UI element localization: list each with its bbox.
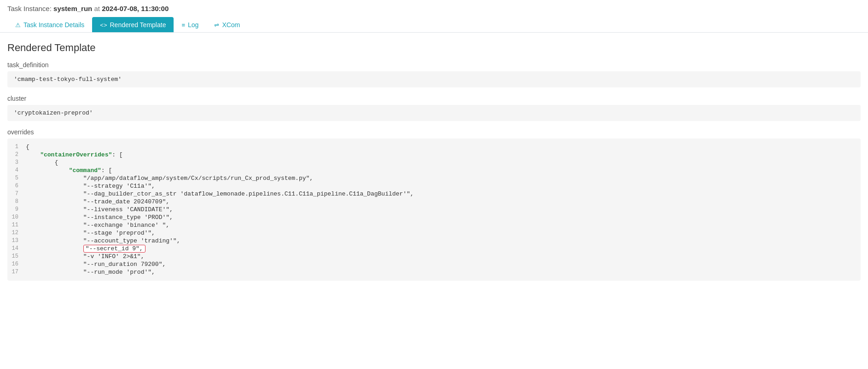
line-number: 3 <box>7 159 26 166</box>
line-content: "command": [ <box>26 167 854 174</box>
line-content: "--account_type 'trading'", <box>26 237 854 244</box>
table-row: 3 { <box>7 159 861 167</box>
field-cluster-label: cluster <box>7 95 861 102</box>
line-content: "--exchange 'binance' ", <box>26 222 854 229</box>
tab-task-instance-details[interactable]: ⚠ Task Instance Details <box>7 17 92 32</box>
line-content: "--secret_id 9", <box>26 245 854 252</box>
code-icon: <> <box>100 22 107 29</box>
line-number: 5 <box>7 175 26 181</box>
line-number: 9 <box>7 206 26 213</box>
line-number: 15 <box>7 253 26 259</box>
line-content: "--liveness 'CANDIDATE'", <box>26 206 854 213</box>
line-number: 6 <box>7 183 26 189</box>
line-content: "/app/amp/dataflow_amp/system/Cx/scripts… <box>26 175 854 182</box>
line-number: 10 <box>7 214 26 220</box>
table-row: 13 "--account_type 'trading'", <box>7 237 861 245</box>
field-task-definition-value: 'cmamp-test-tokyo-full-system' <box>7 71 861 87</box>
line-number: 14 <box>7 245 26 252</box>
overrides-label: overrides <box>7 128 861 136</box>
overrides-code-block: 1{2 "containerOverrides": [3 {4 "command… <box>7 138 861 281</box>
line-number: 11 <box>7 222 26 228</box>
table-row: 17 "--run_mode 'prod'", <box>7 268 861 276</box>
line-content: { <box>26 159 854 166</box>
tab-log-label: Log <box>188 21 198 29</box>
field-task-definition-label: task_definition <box>7 61 861 69</box>
table-row: 5 "/app/amp/dataflow_amp/system/Cx/scrip… <box>7 174 861 182</box>
table-row: 11 "--exchange 'binance' ", <box>7 221 861 229</box>
xcom-icon: ⇌ <box>214 22 219 29</box>
line-content: "--strategy 'C11a'", <box>26 183 854 190</box>
line-number: 1 <box>7 144 26 150</box>
top-bar: Task Instance: system_run at 2024-07-08,… <box>0 0 868 33</box>
header-datetime: 2024-07-08, 11:30:00 <box>102 5 169 12</box>
tab-log[interactable]: ≡ Log <box>174 17 206 32</box>
table-row: 15 "-v 'INFO' 2>&1", <box>7 253 861 260</box>
field-task-definition: task_definition 'cmamp-test-tokyo-full-s… <box>7 61 861 87</box>
line-number: 17 <box>7 269 26 275</box>
table-row: 16 "--run_duration 79200", <box>7 260 861 268</box>
tab-xcom[interactable]: ⇌ XCom <box>206 17 248 32</box>
log-icon: ≡ <box>181 22 185 29</box>
line-number: 4 <box>7 167 26 173</box>
tab-task-instance-details-label: Task Instance Details <box>23 21 84 29</box>
json-key: "containerOverrides" <box>40 151 112 158</box>
line-content: "--run_mode 'prod'", <box>26 269 854 276</box>
section-title: Rendered Template <box>7 42 861 54</box>
table-row: 1{ <box>7 143 861 151</box>
tab-rendered-template[interactable]: <> Rendered Template <box>92 17 174 32</box>
line-number: 2 <box>7 151 26 158</box>
line-number: 12 <box>7 230 26 236</box>
header-at: at <box>94 5 102 12</box>
table-row: 8 "--trade_date 20240709", <box>7 198 861 206</box>
field-cluster-value: 'cryptokaizen-preprod' <box>7 105 861 121</box>
table-row: 7 "--dag_builder_ctor_as_str 'dataflow_l… <box>7 190 861 198</box>
task-name: system_run <box>53 5 92 12</box>
line-number: 13 <box>7 237 26 244</box>
line-content: "--trade_date 20240709", <box>26 198 854 205</box>
line-content: { <box>26 144 854 150</box>
highlighted-value: "--secret_id 9", <box>83 245 146 253</box>
line-content: "containerOverrides": [ <box>26 151 854 158</box>
tab-xcom-label: XCom <box>222 21 240 29</box>
table-row: 2 "containerOverrides": [ <box>7 151 861 159</box>
line-number: 7 <box>7 190 26 197</box>
line-content: "-v 'INFO' 2>&1", <box>26 253 854 260</box>
table-row: 4 "command": [ <box>7 167 861 174</box>
field-cluster: cluster 'cryptokaizen-preprod' <box>7 95 861 121</box>
task-instance-header: Task Instance: system_run at 2024-07-08,… <box>7 5 861 12</box>
warning-icon: ⚠ <box>15 22 21 29</box>
line-number: 8 <box>7 198 26 205</box>
line-content: "--stage 'preprod'", <box>26 230 854 236</box>
table-row: 14 "--secret_id 9", <box>7 245 861 253</box>
header-prefix: Task Instance: <box>7 5 52 12</box>
line-content: "--run_duration 79200", <box>26 261 854 268</box>
line-number: 16 <box>7 261 26 267</box>
table-row: 12 "--stage 'preprod'", <box>7 229 861 237</box>
tab-bar: ⚠ Task Instance Details <> Rendered Temp… <box>7 17 861 32</box>
table-row: 10 "--instance_type 'PROD'", <box>7 213 861 221</box>
table-row: 6 "--strategy 'C11a'", <box>7 182 861 190</box>
line-content: "--instance_type 'PROD'", <box>26 214 854 221</box>
json-key: "command" <box>69 167 101 174</box>
tab-rendered-template-label: Rendered Template <box>110 21 166 29</box>
main-content: Rendered Template task_definition 'cmamp… <box>0 33 868 297</box>
line-content: "--dag_builder_ctor_as_str 'dataflow_lem… <box>26 190 854 197</box>
table-row: 9 "--liveness 'CANDIDATE'", <box>7 206 861 213</box>
